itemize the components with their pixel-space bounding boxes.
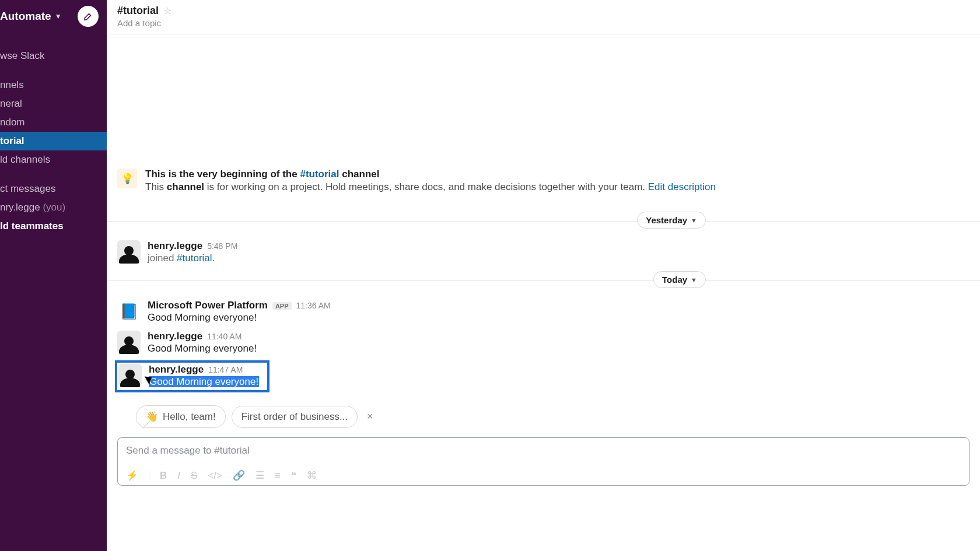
avatar[interactable] (118, 364, 142, 387)
sidebar: Automate ▼ wse Slack nnels neral ndom to… (0, 0, 107, 551)
lightning-icon[interactable]: ⚡ (126, 469, 138, 482)
close-suggestions[interactable]: × (367, 410, 373, 423)
message-app[interactable]: 📘 Microsoft Power PlatformAPP11:36 AM Go… (107, 299, 980, 329)
channel-general[interactable]: neral (0, 94, 107, 113)
channel-tutorial[interactable]: torial (0, 132, 107, 150)
codeblock-button[interactable]: ⌘ (307, 469, 317, 482)
message-text: Good Morning everyone! (148, 343, 257, 355)
composer-placeholder: Send a message to #tutorial (126, 445, 961, 457)
avatar[interactable] (117, 240, 141, 264)
date-divider-yesterday: Yesterday▼ (107, 221, 980, 222)
suggestion-hello[interactable]: 👋Hello, team! (136, 405, 226, 428)
date-pill-today[interactable]: Today▼ (653, 271, 706, 288)
message-author[interactable]: henry.legge (149, 364, 204, 375)
workspace-switcher[interactable]: Automate ▼ (0, 10, 62, 23)
channel-topic[interactable]: Add a topic (117, 18, 970, 28)
dm-header[interactable]: ct messages (0, 180, 107, 198)
suggestion-first-order[interactable]: First order of business... (232, 406, 358, 428)
message-text: Good Morning everyone! (149, 376, 259, 388)
channel-random[interactable]: ndom (0, 113, 107, 132)
compose-button[interactable] (78, 6, 99, 27)
suggestion-row: 👋Hello, team! First order of business...… (107, 392, 980, 428)
message-user[interactable]: henry.legge11:40 AM Good Morning everyon… (107, 329, 980, 360)
message-time: 11:47 AM (208, 365, 243, 374)
message-time: 11:36 AM (296, 301, 331, 310)
channel-beginning: 💡 This is the very beginning of the #tut… (107, 169, 980, 210)
date-divider-today: Today▼ (107, 280, 980, 281)
chevron-down-icon: ▼ (55, 12, 62, 20)
channel-link[interactable]: #tutorial (177, 252, 212, 264)
quote-button[interactable]: ❝ (291, 469, 296, 482)
add-teammates[interactable]: ld teammates (0, 217, 107, 236)
message-author[interactable]: Microsoft Power Platform (148, 300, 268, 311)
app-badge: APP (272, 302, 292, 310)
channel-link[interactable]: #tutorial (300, 169, 339, 180)
bold-button[interactable]: B (160, 470, 167, 482)
ordered-list-button[interactable]: ☰ (256, 469, 264, 482)
highlighted-message: henry.legge11:47 AM Good Morning everyon… (115, 360, 270, 392)
italic-button[interactable]: I (177, 470, 180, 482)
channels-header[interactable]: nnels (0, 76, 107, 94)
main: #tutorial ☆ Add a topic 💡 This is the ve… (107, 0, 980, 551)
dm-self[interactable]: nry.legge (you) (0, 198, 107, 217)
messages-area: 💡 This is the very beginning of the #tut… (107, 34, 980, 551)
add-channels[interactable]: ld channels (0, 150, 107, 169)
link-button[interactable]: 🔗 (233, 469, 245, 482)
message-user-selected[interactable]: henry.legge11:47 AM Good Morning everyon… (118, 364, 264, 388)
compose-icon (83, 11, 93, 22)
message-composer[interactable]: Send a message to #tutorial ⚡ B I S </> … (117, 437, 970, 486)
message-author[interactable]: henry.legge (148, 331, 202, 342)
format-toolbar: ⚡ B I S </> 🔗 ☰ ≡ ❝ ⌘ (126, 469, 961, 482)
avatar[interactable] (117, 331, 141, 354)
message-time: 5:48 PM (207, 241, 237, 251)
message-time: 11:40 AM (207, 332, 242, 341)
browse-slack[interactable]: wse Slack (0, 47, 107, 65)
lightbulb-icon: 💡 (117, 169, 137, 188)
date-pill-yesterday[interactable]: Yesterday▼ (637, 212, 706, 229)
chevron-down-icon: ▼ (691, 217, 697, 224)
channel-header: #tutorial ☆ Add a topic (107, 0, 980, 34)
message-author[interactable]: henry.legge (148, 240, 202, 252)
code-button[interactable]: </> (208, 470, 222, 482)
star-icon[interactable]: ☆ (163, 5, 172, 16)
strike-button[interactable]: S (191, 470, 197, 482)
message-text: Good Morning everyone! (148, 312, 331, 324)
message-text: joined #tutorial. (148, 252, 237, 264)
channel-title[interactable]: #tutorial (117, 5, 159, 17)
workspace-name: Automate (0, 10, 51, 23)
chevron-down-icon: ▼ (691, 276, 697, 283)
avatar[interactable]: 📘 (117, 300, 141, 323)
message-join[interactable]: henry.legge5:48 PM joined #tutorial. (107, 239, 980, 270)
bullet-list-button[interactable]: ≡ (275, 470, 281, 482)
edit-description-link[interactable]: Edit description (648, 181, 716, 192)
